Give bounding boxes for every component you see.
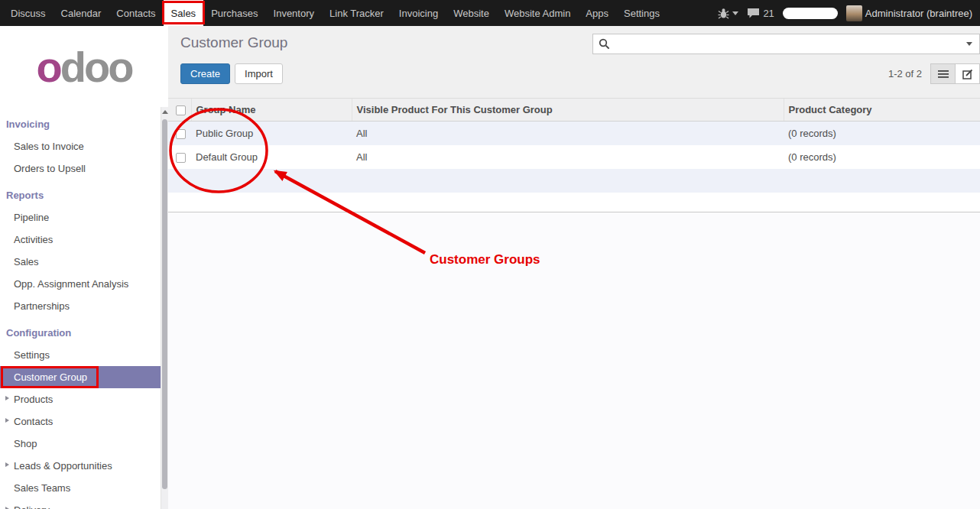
cell-product-category[interactable]: (0 records) — [784, 122, 980, 146]
chat-icon — [747, 8, 760, 19]
table-filler-row — [168, 193, 980, 212]
nav-item-settings[interactable]: Settings — [616, 0, 667, 26]
cell-visible-product[interactable]: All — [352, 122, 784, 146]
messages-button[interactable]: 21 — [747, 8, 774, 19]
chevron-right-icon — [5, 396, 9, 400]
form-view-icon — [962, 69, 973, 79]
column-header-group-name[interactable]: Group Name — [191, 99, 352, 122]
caret-down-icon — [732, 11, 738, 15]
nav-item-contacts[interactable]: Contacts — [109, 0, 163, 26]
bug-icon — [718, 8, 729, 19]
sidebar-item-activities[interactable]: Activities — [0, 229, 161, 251]
table-header-row: Group Name Visible Product For This Cust… — [168, 99, 980, 122]
nav-item-invoicing[interactable]: Invoicing — [391, 0, 446, 26]
sidebar-item-label: Delivery — [14, 504, 50, 509]
list-view-button[interactable] — [930, 63, 956, 84]
main-content: Customer Group Create Import 1-2 of 2 — [168, 26, 980, 509]
cell-visible-product[interactable]: All — [352, 145, 784, 169]
create-button[interactable]: Create — [180, 63, 230, 84]
nav-item-calendar[interactable]: Calendar — [54, 0, 109, 26]
scrollbar-thumb[interactable] — [162, 119, 167, 489]
search-box — [592, 34, 980, 54]
sidebar-item-label: Customer Group — [14, 371, 87, 383]
sidebar-scrollbar[interactable] — [161, 107, 168, 509]
sidebar-item-label: Contacts — [14, 416, 53, 427]
sidebar-item-leads-opportunities[interactable]: Leads & Opportunities — [0, 455, 161, 477]
cell-product-category[interactable]: (0 records) — [784, 145, 980, 169]
cell-group-name[interactable]: Default Group — [191, 145, 352, 169]
user-menu[interactable]: Administrator (braintree) — [846, 5, 972, 21]
nav-item-website-admin[interactable]: Website Admin — [497, 0, 578, 26]
nav-item-discuss[interactable]: Discuss — [3, 0, 54, 26]
nav-item-sales[interactable]: Sales — [164, 0, 204, 26]
row-checkbox[interactable] — [176, 129, 186, 139]
search-dropdown-caret-icon[interactable] — [966, 42, 972, 46]
message-count: 21 — [763, 8, 774, 19]
table-row-default-group[interactable]: Default Group All (0 records) — [168, 145, 980, 169]
odoo-logo-text: odoo — [37, 42, 132, 92]
column-header-product-category[interactable]: Product Category — [784, 99, 980, 122]
nav-item-website[interactable]: Website — [446, 0, 497, 26]
group-list-table: Group Name Visible Product For This Cust… — [168, 98, 980, 212]
table-filler-row — [168, 169, 980, 193]
page-title: Customer Group — [180, 34, 287, 51]
sidebar-item-settings[interactable]: Settings — [0, 344, 161, 366]
search-input[interactable] — [614, 34, 966, 53]
nav-item-link-tracker[interactable]: Link Tracker — [322, 0, 391, 26]
nav-item-sales-label: Sales — [171, 8, 196, 19]
row-select-cell — [168, 122, 191, 146]
nav-item-inventory[interactable]: Inventory — [266, 0, 322, 26]
table-row-public-group[interactable]: Public Group All (0 records) — [168, 122, 980, 146]
nav-item-apps[interactable]: Apps — [578, 0, 616, 26]
sidebar-item-orders-to-upsell[interactable]: Orders to Upsell — [0, 157, 161, 180]
select-all-checkbox[interactable] — [176, 105, 186, 115]
top-menubar: Discuss Calendar Contacts Sales Purchase… — [0, 0, 980, 26]
app-window: Discuss Calendar Contacts Sales Purchase… — [0, 0, 980, 509]
sidebar-menu: Invoicing Sales to Invoice Orders to Ups… — [0, 107, 161, 509]
sidebar-item-opp-assignment-analysis[interactable]: Opp. Assignment Analysis — [0, 273, 161, 295]
pager-range: 1-2 of 2 — [888, 68, 922, 79]
sidebar-item-label: Products — [14, 394, 53, 405]
sidebar-section-configuration: Configuration — [0, 322, 161, 344]
row-checkbox[interactable] — [176, 153, 186, 163]
sidebar-item-label: Leads & Opportunities — [14, 460, 112, 472]
form-view-button[interactable] — [955, 63, 980, 84]
nav-item-purchases[interactable]: Purchases — [203, 0, 265, 26]
sidebar: odoo Invoicing Sales to Invoice Orders t… — [0, 26, 168, 509]
debug-menu-button[interactable] — [718, 8, 738, 19]
sidebar-item-partnerships[interactable]: Partnerships — [0, 295, 161, 317]
sidebar-item-shop[interactable]: Shop — [0, 433, 161, 455]
toolbar: Create Import — [180, 63, 283, 84]
sidebar-item-delivery[interactable]: Delivery — [0, 499, 161, 509]
sidebar-section-invoicing: Invoicing — [0, 113, 161, 135]
search-icon — [599, 38, 610, 50]
chevron-right-icon — [5, 418, 9, 423]
import-button[interactable]: Import — [235, 63, 283, 84]
sidebar-item-sales-teams[interactable]: Sales Teams — [0, 477, 161, 499]
user-name: Administrator (braintree) — [865, 8, 972, 19]
column-header-visible-product[interactable]: Visible Product For This Customer Group — [352, 99, 784, 122]
scroll-up-icon[interactable] — [162, 110, 168, 114]
user-avatar — [846, 5, 862, 21]
topbar-right-tools: 21 Administrator (braintree) — [718, 0, 980, 26]
sidebar-item-contacts[interactable]: Contacts — [0, 410, 161, 433]
odoo-logo: odoo — [0, 26, 168, 107]
timer-widget[interactable] — [783, 8, 838, 19]
sidebar-item-sales[interactable]: Sales — [0, 251, 161, 273]
sidebar-item-pipeline[interactable]: Pipeline — [0, 206, 161, 229]
row-select-cell — [168, 145, 191, 169]
sidebar-item-products[interactable]: Products — [0, 388, 161, 410]
list-view-icon — [938, 70, 949, 79]
cell-group-name[interactable]: Public Group — [191, 122, 352, 146]
chevron-right-icon — [5, 462, 9, 467]
view-switcher — [930, 63, 980, 84]
sidebar-section-reports: Reports — [0, 184, 161, 206]
select-all-cell — [168, 99, 191, 122]
control-panel: Customer Group Create Import 1-2 of 2 — [168, 26, 980, 98]
sidebar-item-customer-group[interactable]: Customer Group — [0, 366, 161, 388]
list-view: Group Name Visible Product For This Cust… — [168, 98, 980, 212]
sidebar-item-sales-to-invoice[interactable]: Sales to Invoice — [0, 135, 161, 157]
